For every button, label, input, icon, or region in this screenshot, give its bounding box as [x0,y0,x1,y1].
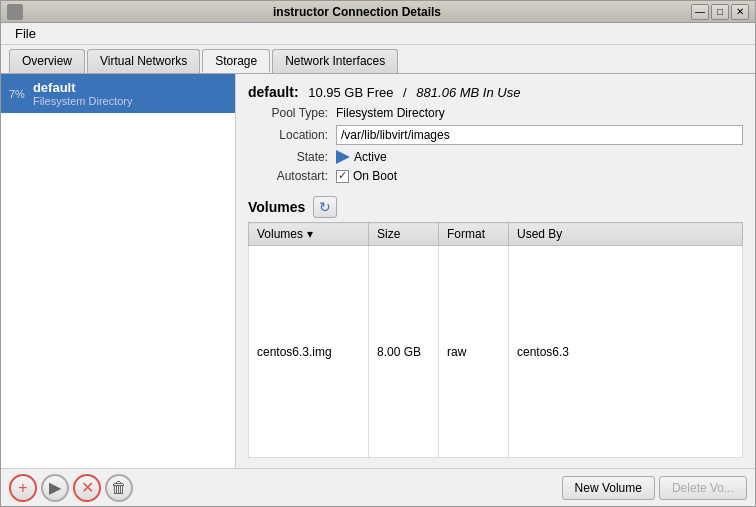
volumes-table: Volumes ▾ Size Format Used By [248,222,743,458]
add-pool-button[interactable]: + [9,474,37,502]
detail-header: default: 10.95 GB Free / 881.06 MB In Us… [248,84,743,100]
row-name: centos6.3.img [249,246,369,458]
autostart-value: On Boot [353,169,397,183]
maximize-button[interactable]: □ [711,4,729,20]
pool-name: default [33,80,133,95]
autostart-label: Autostart: [248,169,328,183]
tab-overview[interactable]: Overview [9,49,85,73]
file-menu[interactable]: File [7,24,44,43]
state-value: Active [354,150,387,164]
tab-network-interfaces[interactable]: Network Interfaces [272,49,398,73]
stop-icon: ✕ [81,478,94,497]
row-usedby: centos6.3 [509,246,743,458]
pool-type: Filesystem Directory [33,95,133,107]
col-header-format[interactable]: Format [439,223,509,246]
volumes-table-body: centos6.3.img 8.00 GB raw centos6.3 [249,246,743,458]
table-row[interactable]: centos6.3.img 8.00 GB raw centos6.3 [249,246,743,458]
play-button[interactable]: ▶ [41,474,69,502]
field-row-state: State: Active [248,150,743,164]
tab-virtual-networks[interactable]: Virtual Networks [87,49,200,73]
detail-in-use: 881.06 MB In Use [416,85,520,100]
footer: + ▶ ✕ 🗑 New Volume Delete Vo... [1,468,755,506]
location-input[interactable] [336,125,743,145]
volumes-table-head: Volumes ▾ Size Format Used By [249,223,743,246]
window-title: instructor Connection Details [23,5,691,19]
menubar: File [1,23,755,45]
main-window: instructor Connection Details — □ ✕ File… [0,0,756,507]
state-active-icon [336,150,350,164]
pool-type-value: Filesystem Directory [336,106,445,120]
pool-percent: 7% [9,88,25,100]
field-row-autostart: Autostart: On Boot [248,169,743,183]
titlebar-controls: — □ ✕ [691,4,749,20]
detail-free-space: 10.95 GB Free [308,85,393,100]
pool-item-default[interactable]: 7% default Filesystem Directory [1,74,235,113]
minimize-button[interactable]: — [691,4,709,20]
row-format: raw [439,246,509,458]
right-panel: default: 10.95 GB Free / 881.06 MB In Us… [236,74,755,468]
sort-arrow-icon: ▾ [307,227,313,241]
titlebar: instructor Connection Details — □ ✕ [1,1,755,23]
refresh-button[interactable]: ↻ [313,196,337,218]
window-icon [7,4,23,20]
main-content: 7% default Filesystem Directory default:… [1,73,755,468]
delete-icon: 🗑 [111,479,127,497]
col-header-volumes[interactable]: Volumes ▾ [249,223,369,246]
tabs-container: Overview Virtual Networks Storage Networ… [1,45,755,73]
refresh-icon: ↻ [319,199,331,215]
detail-separator: / [403,85,407,100]
field-row-pooltype: Pool Type: Filesystem Directory [248,106,743,120]
left-panel: 7% default Filesystem Directory [1,74,236,468]
volumes-label: Volumes [248,199,305,215]
close-button[interactable]: ✕ [731,4,749,20]
state-label: State: [248,150,328,164]
volumes-header: Volumes ↻ [248,196,743,218]
location-label: Location: [248,128,328,142]
new-volume-button[interactable]: New Volume [562,476,655,500]
autostart-checkbox[interactable] [336,170,349,183]
tab-storage[interactable]: Storage [202,49,270,73]
col-header-size[interactable]: Size [369,223,439,246]
volumes-table-header-row: Volumes ▾ Size Format Used By [249,223,743,246]
delete-pool-button[interactable]: 🗑 [105,474,133,502]
delete-volume-button[interactable]: Delete Vo... [659,476,747,500]
col-header-usedby[interactable]: Used By [509,223,743,246]
row-size: 8.00 GB [369,246,439,458]
add-icon: + [18,479,27,497]
pool-type-label: Pool Type: [248,106,328,120]
play-icon: ▶ [49,478,61,497]
stop-button[interactable]: ✕ [73,474,101,502]
detail-pool-name: default: [248,84,299,100]
field-row-location: Location: [248,125,743,145]
